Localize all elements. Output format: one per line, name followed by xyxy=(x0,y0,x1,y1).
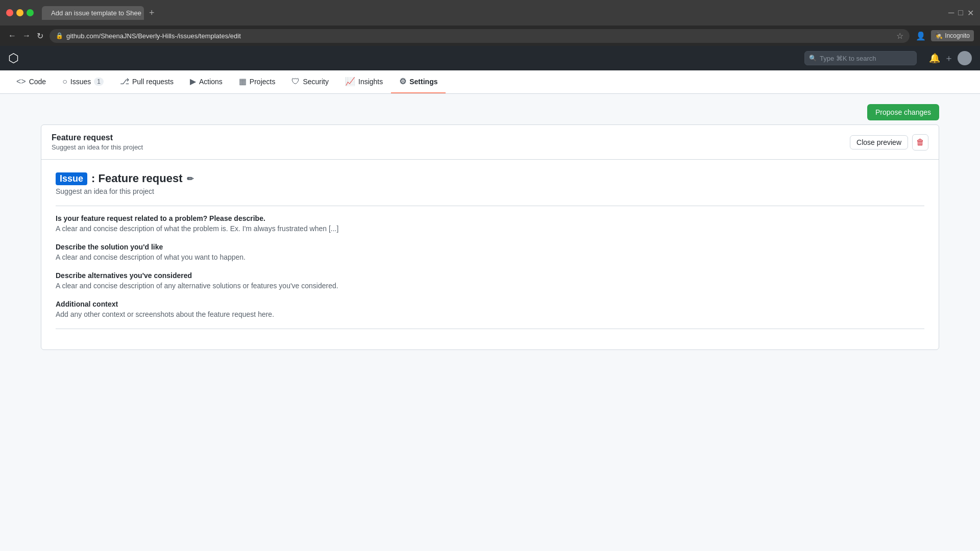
nav-code[interactable]: <> Code xyxy=(8,71,54,93)
preview-title-text: : Feature request xyxy=(91,172,183,185)
template-title-area: Feature request Suggest an idea for this… xyxy=(52,133,143,151)
bottom-divider xyxy=(56,329,924,329)
window-close-button[interactable] xyxy=(6,9,13,16)
template-actions: Close preview 🗑 xyxy=(850,134,928,151)
github-header: ⬡ 🔍 Type ⌘K to search 🔔 ＋ xyxy=(0,46,980,70)
close-preview-button[interactable]: Close preview xyxy=(850,135,908,149)
bookmark-icon[interactable]: ☆ xyxy=(896,31,903,41)
section-4-heading: Additional context xyxy=(56,300,924,308)
section-2-heading: Describe the solution you'd like xyxy=(56,243,924,251)
active-tab[interactable]: Add an issue template to Shee ✕ xyxy=(42,6,144,20)
window-minimize-button[interactable] xyxy=(16,9,23,16)
browser-chrome: Add an issue template to Shee ✕ + ─ □ ✕ xyxy=(0,0,980,26)
repo-nav: <> Code ○ Issues 1 ⎇ Pull requests ▶ Act… xyxy=(0,70,980,94)
search-icon: 🔍 xyxy=(809,55,817,62)
preview-title: Issue : Feature request ✏ xyxy=(56,172,924,185)
projects-icon: ▦ xyxy=(239,77,247,86)
nav-insights-label: Insights xyxy=(358,78,383,86)
search-placeholder: Type ⌘K to search xyxy=(820,55,876,62)
incognito-icon: 🕵 xyxy=(935,32,943,39)
section-1-body: A clear and concise description of what … xyxy=(56,224,924,233)
tab-title: Add an issue template to Shee xyxy=(51,9,141,17)
header-icons: 🔔 ＋ xyxy=(929,51,972,65)
code-icon: <> xyxy=(16,77,26,86)
browser-window-controls xyxy=(6,9,34,16)
template-subtitle: Suggest an idea for this project xyxy=(52,143,143,151)
search-bar[interactable]: 🔍 Type ⌘K to search xyxy=(804,51,917,65)
browser-tab-bar: Add an issue template to Shee ✕ + xyxy=(42,6,940,20)
github-logo: ⬡ xyxy=(8,51,19,65)
lock-icon: 🔒 xyxy=(56,32,63,39)
nav-actions-label: Actions xyxy=(199,78,223,86)
profile-icon[interactable]: 👤 xyxy=(914,29,928,43)
main-content: Propose changes Feature request Suggest … xyxy=(0,94,980,451)
nav-issues[interactable]: ○ Issues 1 xyxy=(54,71,112,93)
section-3-body: A clear and concise description of any a… xyxy=(56,282,924,290)
nav-issues-label: Issues xyxy=(70,78,91,86)
divider xyxy=(56,206,924,206)
close-icon[interactable]: ✕ xyxy=(967,8,974,18)
template-title: Feature request xyxy=(52,133,143,142)
nav-insights[interactable]: 📈 Insights xyxy=(337,70,391,93)
security-icon: 🛡 xyxy=(291,77,300,86)
nav-security[interactable]: 🛡 Security xyxy=(283,71,337,93)
preview-subtitle: Suggest an idea for this project xyxy=(56,187,924,195)
nav-projects[interactable]: ▦ Projects xyxy=(231,70,284,93)
forward-button[interactable]: → xyxy=(20,29,33,43)
pull-requests-icon: ⎇ xyxy=(120,77,129,86)
avatar[interactable] xyxy=(958,51,972,65)
settings-icon: ⚙ xyxy=(399,77,406,86)
nav-security-label: Security xyxy=(303,78,329,86)
address-url: github.com/SheenaJNS/Beverly-Hills-/issu… xyxy=(66,32,893,40)
actions-icon: ▶ xyxy=(190,77,196,86)
address-bar-actions: 👤 🕵 Incognito xyxy=(914,29,974,43)
section-3-heading: Describe alternatives you've considered xyxy=(56,271,924,280)
refresh-button[interactable]: ↻ xyxy=(35,29,45,43)
nav-pull-requests-label: Pull requests xyxy=(132,78,174,86)
nav-code-label: Code xyxy=(29,78,46,86)
issues-icon: ○ xyxy=(62,77,67,86)
template-header: Feature request Suggest an idea for this… xyxy=(41,125,939,160)
minimize-icon[interactable]: ─ xyxy=(948,8,954,18)
window-controls: ─ □ ✕ xyxy=(948,8,974,18)
section-1: Is your feature request related to a pro… xyxy=(56,214,924,233)
notifications-icon[interactable]: 🔔 xyxy=(929,53,940,64)
nav-settings-label: Settings xyxy=(409,78,437,86)
address-input-wrap[interactable]: 🔒 github.com/SheenaJNS/Beverly-Hills-/is… xyxy=(50,29,910,43)
section-4: Additional context Add any other context… xyxy=(56,300,924,318)
section-3: Describe alternatives you've considered … xyxy=(56,271,924,290)
section-2-body: A clear and concise description of what … xyxy=(56,253,924,261)
edit-icon[interactable]: ✏ xyxy=(187,174,193,184)
insights-icon: 📈 xyxy=(345,77,355,86)
address-bar: ← → ↻ 🔒 github.com/SheenaJNS/Beverly-Hil… xyxy=(0,26,980,46)
incognito-button[interactable]: 🕵 Incognito xyxy=(931,30,974,41)
delete-button[interactable]: 🗑 xyxy=(912,134,928,151)
incognito-label: Incognito xyxy=(945,32,970,39)
nav-actions[interactable]: ▶ Actions xyxy=(182,70,231,93)
nav-projects-label: Projects xyxy=(250,78,276,86)
issue-label: Issue xyxy=(56,172,87,185)
preview-content: Issue : Feature request ✏ Suggest an ide… xyxy=(41,160,939,349)
nav-settings[interactable]: ⚙ Settings xyxy=(391,70,446,93)
back-button[interactable]: ← xyxy=(6,29,18,43)
propose-changes-button[interactable]: Propose changes xyxy=(867,104,939,120)
section-2: Describe the solution you'd like A clear… xyxy=(56,243,924,261)
trash-icon: 🗑 xyxy=(916,138,924,147)
nav-buttons: ← → ↻ xyxy=(6,29,45,43)
section-4-body: Add any other context or screenshots abo… xyxy=(56,310,924,318)
template-card: Feature request Suggest an idea for this… xyxy=(41,124,939,350)
window-maximize-button[interactable] xyxy=(27,9,34,16)
section-1-heading: Is your feature request related to a pro… xyxy=(56,214,924,222)
issues-badge: 1 xyxy=(94,78,104,86)
plus-icon[interactable]: ＋ xyxy=(944,52,953,64)
restore-icon[interactable]: □ xyxy=(958,8,963,18)
nav-pull-requests[interactable]: ⎇ Pull requests xyxy=(112,70,182,93)
new-tab-button[interactable]: + xyxy=(146,7,158,19)
